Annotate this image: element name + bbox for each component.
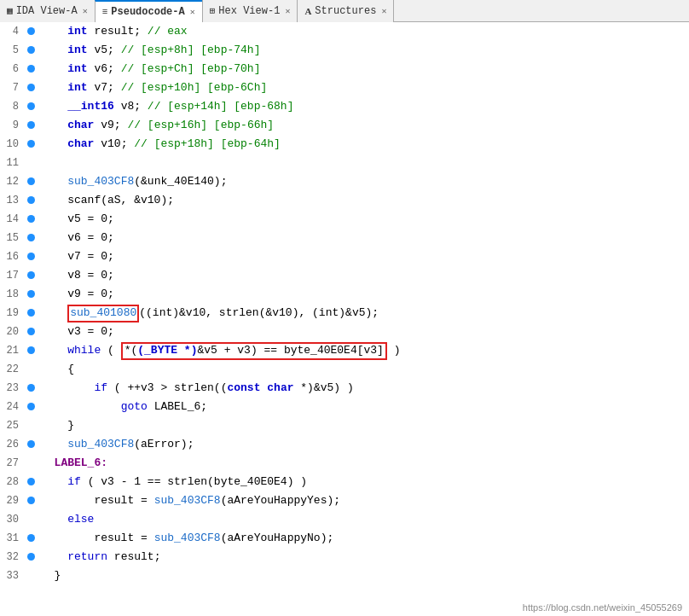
breakpoint-dot — [26, 247, 38, 266]
code-line: if ( v3 - 1 == strlen(byte_40E0E4) ) — [38, 473, 689, 491]
tab-bar: ▦ IDA View-A ✕ ≡ Pseudocode-A ✕ ⊞ Hex Vi… — [0, 0, 689, 22]
breakpoint-dot — [26, 60, 38, 78]
tab-ida-label: IDA View-A — [16, 5, 78, 17]
table-row: 9 char v9; // [esp+16h] [ebp-66h] — [0, 116, 689, 135]
code-line: int v5; // [esp+8h] [ebp-74h] — [38, 41, 689, 60]
tab-pseudocode-label: Pseudocode-A — [111, 6, 184, 18]
table-row: 16 v7 = 0; — [0, 247, 689, 266]
breakpoint-dot — [26, 172, 38, 191]
code-line: sub_401080((int)&v10, strlen(&v10), (int… — [38, 304, 689, 323]
table-row: 15 v6 = 0; — [0, 229, 689, 247]
table-row: 33 } — [0, 567, 689, 585]
pseudocode-icon: ≡ — [102, 7, 108, 17]
hex-view-icon: ⊞ — [210, 5, 216, 16]
line-number: 22 — [0, 360, 26, 379]
table-row: 6 int v6; // [esp+Ch] [ebp-70h] — [0, 60, 689, 78]
line-number: 8 — [0, 97, 26, 116]
table-row: 22 { — [0, 360, 689, 379]
table-row: 12 sub_403CF8(&unk_40E140); — [0, 172, 689, 191]
breakpoint-dot — [26, 154, 38, 172]
code-line: goto LABEL_6; — [38, 398, 689, 416]
breakpoint-dot — [26, 116, 38, 135]
code-line: int result; // eax — [38, 22, 689, 41]
code-line: v8 = 0; — [38, 266, 689, 285]
breakpoint-dot — [26, 341, 38, 360]
code-line: v5 = 0; — [38, 210, 689, 229]
breakpoint-dot — [26, 435, 38, 454]
line-number: 23 — [0, 379, 26, 398]
table-row: 4 int result; // eax — [0, 22, 689, 41]
table-row: 20 v3 = 0; — [0, 323, 689, 341]
breakpoint-dot — [26, 304, 38, 323]
table-row: 5 int v5; // [esp+8h] [ebp-74h] — [0, 41, 689, 60]
line-number: 9 — [0, 116, 26, 135]
code-area: 4 int result; // eax 5 int v5; // [esp+8… — [0, 22, 689, 616]
line-number: 4 — [0, 22, 26, 41]
tab-hex-view-1[interactable]: ⊞ Hex View-1 ✕ — [202, 0, 298, 22]
code-line: result = sub_403CF8(aAreYouHappyYes); — [38, 491, 689, 510]
tab-structures-label: Structures — [315, 5, 376, 17]
tab-ida-view-a[interactable]: ▦ IDA View-A ✕ — [0, 0, 96, 22]
code-line: result = sub_403CF8(aAreYouHappyNo); — [38, 529, 689, 548]
code-line: return result; — [38, 548, 689, 567]
line-number: 11 — [0, 154, 26, 172]
line-number: 18 — [0, 285, 26, 304]
highlight-box-19: sub_401080 — [67, 305, 139, 323]
line-number: 10 — [0, 135, 26, 154]
table-row: 19 sub_401080((int)&v10, strlen(&v10), (… — [0, 304, 689, 323]
line-number: 15 — [0, 229, 26, 247]
breakpoint-dot — [26, 567, 38, 585]
table-row: 27 LABEL_6: — [0, 454, 689, 473]
line-number: 20 — [0, 323, 26, 341]
line-number: 13 — [0, 191, 26, 210]
line-number: 17 — [0, 266, 26, 285]
code-line: sub_403CF8(aError); — [38, 435, 689, 454]
table-row: 31 result = sub_403CF8(aAreYouHappyNo); — [0, 529, 689, 548]
line-number: 28 — [0, 473, 26, 491]
url-watermark: https://blog.csdn.net/weixin_45055269 — [523, 602, 682, 613]
breakpoint-dot — [26, 22, 38, 41]
code-line: v7 = 0; — [38, 247, 689, 266]
breakpoint-dot — [26, 229, 38, 247]
breakpoint-dot — [26, 473, 38, 491]
line-number: 32 — [0, 548, 26, 567]
table-row: 25 } — [0, 416, 689, 435]
line-number: 31 — [0, 529, 26, 548]
tab-ida-close[interactable]: ✕ — [83, 6, 88, 16]
breakpoint-dot — [26, 97, 38, 116]
tab-hex-close[interactable]: ✕ — [285, 6, 290, 16]
table-row: 32 return result; — [0, 548, 689, 567]
breakpoint-dot — [26, 529, 38, 548]
breakpoint-dot — [26, 78, 38, 97]
line-number: 6 — [0, 60, 26, 78]
breakpoint-dot — [26, 491, 38, 510]
tab-pseudocode-close[interactable]: ✕ — [190, 7, 195, 17]
code-line: __int16 v8; // [esp+14h] [ebp-68h] — [38, 97, 689, 116]
tab-pseudocode-a[interactable]: ≡ Pseudocode-A ✕ — [95, 0, 203, 22]
line-number: 25 — [0, 416, 26, 435]
code-line: else — [38, 510, 689, 529]
breakpoint-dot — [26, 398, 38, 416]
line-number: 19 — [0, 304, 26, 323]
code-line: int v7; // [esp+10h] [ebp-6Ch] — [38, 78, 689, 97]
line-number: 24 — [0, 398, 26, 416]
breakpoint-dot — [26, 210, 38, 229]
structures-icon: A — [304, 6, 311, 16]
code-line: { — [38, 360, 689, 379]
table-row: 14 v5 = 0; — [0, 210, 689, 229]
code-line — [38, 154, 689, 172]
code-table: 4 int result; // eax 5 int v5; // [esp+8… — [0, 22, 689, 585]
breakpoint-dot — [26, 135, 38, 154]
breakpoint-dot — [26, 41, 38, 60]
table-row: 30 else — [0, 510, 689, 529]
table-row: 26 sub_403CF8(aError); — [0, 435, 689, 454]
table-row: 18 v9 = 0; — [0, 285, 689, 304]
table-row: 24 goto LABEL_6; — [0, 398, 689, 416]
tab-structures[interactable]: A Structures ✕ — [297, 0, 394, 22]
code-line: v3 = 0; — [38, 323, 689, 341]
highlight-box-21: *((_BYTE *)&v5 + v3) == byte_40E0E4[v3] — [121, 342, 387, 360]
tab-structures-close[interactable]: ✕ — [381, 6, 386, 16]
breakpoint-dot — [26, 285, 38, 304]
line-number: 5 — [0, 41, 26, 60]
breakpoint-dot — [26, 454, 38, 473]
